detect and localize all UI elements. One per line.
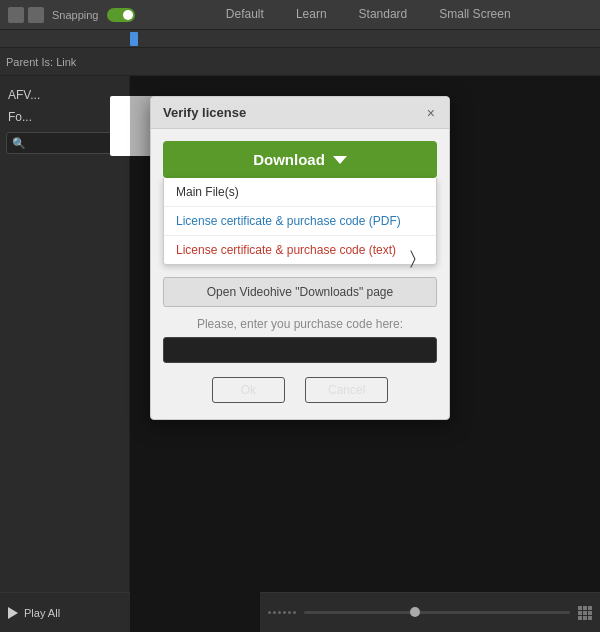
- grid-cell-8: [583, 616, 587, 620]
- snapping-toggle[interactable]: [107, 8, 135, 22]
- right-canvas: Verify license × Download Main File(s) L…: [130, 76, 600, 632]
- dropdown-main-files[interactable]: Main File(s): [164, 178, 436, 207]
- timeline-indicator: [130, 32, 138, 46]
- modal-body: Download Main File(s) License certificat…: [151, 129, 449, 419]
- grid-cell-6: [588, 611, 592, 615]
- tab-standard[interactable]: Standard: [343, 3, 424, 27]
- main-area: AFV... Fo... 🔍 Play All Verify license ×: [0, 76, 600, 632]
- cursor-icon: 〉: [410, 248, 416, 269]
- parent-link-label: Parent Is: Link: [6, 56, 76, 68]
- ok-button[interactable]: Ok: [212, 377, 285, 403]
- grid-cell-9: [588, 616, 592, 620]
- grid-cell-2: [583, 606, 587, 610]
- grid-cell-5: [583, 611, 587, 615]
- transport-dot-2: [273, 611, 276, 614]
- toolbar-tabs: Default Learn Standard Small Screen: [210, 3, 527, 27]
- grid-cell-3: [588, 606, 592, 610]
- toolbar-icon-1: [8, 7, 24, 23]
- dialog-buttons: Ok Cancel: [163, 377, 437, 403]
- grid-cell-4: [578, 611, 582, 615]
- dropdown-text[interactable]: License certificate & purchase code (tex…: [164, 236, 436, 264]
- transport-dot-5: [288, 611, 291, 614]
- play-all-bar: Play All: [0, 592, 130, 632]
- download-label: Download: [253, 151, 325, 168]
- transport-dot-3: [278, 611, 281, 614]
- tab-default[interactable]: Default: [210, 3, 280, 27]
- download-arrow-icon: [333, 156, 347, 164]
- cancel-button[interactable]: Cancel: [305, 377, 388, 403]
- play-button[interactable]: [8, 607, 18, 619]
- verify-license-modal: Verify license × Download Main File(s) L…: [150, 96, 450, 420]
- purchase-code-input[interactable]: [163, 337, 437, 363]
- search-box[interactable]: 🔍: [6, 132, 123, 154]
- transport-slider[interactable]: [304, 611, 570, 614]
- left-sidebar: AFV... Fo... 🔍 Play All: [0, 76, 130, 632]
- videohive-button[interactable]: Open Videohive "Downloads" page: [163, 277, 437, 307]
- transport-dot-6: [293, 611, 296, 614]
- purchase-code-label: Please, enter you purchase code here:: [163, 317, 437, 331]
- transport-thumb[interactable]: [410, 607, 420, 617]
- transport-bar: [260, 592, 600, 632]
- play-all-label: Play All: [24, 607, 60, 619]
- transport-dots: [268, 611, 296, 614]
- transport-dot-4: [283, 611, 286, 614]
- sub-toolbar: Parent Is: Link: [0, 48, 600, 76]
- dropdown-text-label: License certificate & purchase code (tex…: [176, 243, 396, 257]
- top-toolbar: Snapping Default Learn Standard Small Sc…: [0, 0, 600, 30]
- grid-cell-1: [578, 606, 582, 610]
- modal-header: Verify license ×: [151, 97, 449, 129]
- snapping-label: Snapping: [52, 9, 99, 21]
- transport-dot-1: [268, 611, 271, 614]
- dropdown-pdf[interactable]: License certificate & purchase code (PDF…: [164, 207, 436, 236]
- tab-learn[interactable]: Learn: [280, 3, 343, 27]
- timeline-bar[interactable]: [0, 30, 600, 48]
- grid-cell-7: [578, 616, 582, 620]
- tab-small-screen[interactable]: Small Screen: [423, 3, 526, 27]
- download-button[interactable]: Download: [163, 141, 437, 178]
- modal-title: Verify license: [163, 105, 246, 120]
- modal-close-button[interactable]: ×: [425, 106, 437, 120]
- search-icon: 🔍: [12, 137, 26, 150]
- toolbar-icon-2: [28, 7, 44, 23]
- download-section: Download Main File(s) License certificat…: [163, 141, 437, 265]
- download-dropdown: Main File(s) License certificate & purch…: [163, 178, 437, 265]
- transport-grid-icon: [578, 606, 592, 620]
